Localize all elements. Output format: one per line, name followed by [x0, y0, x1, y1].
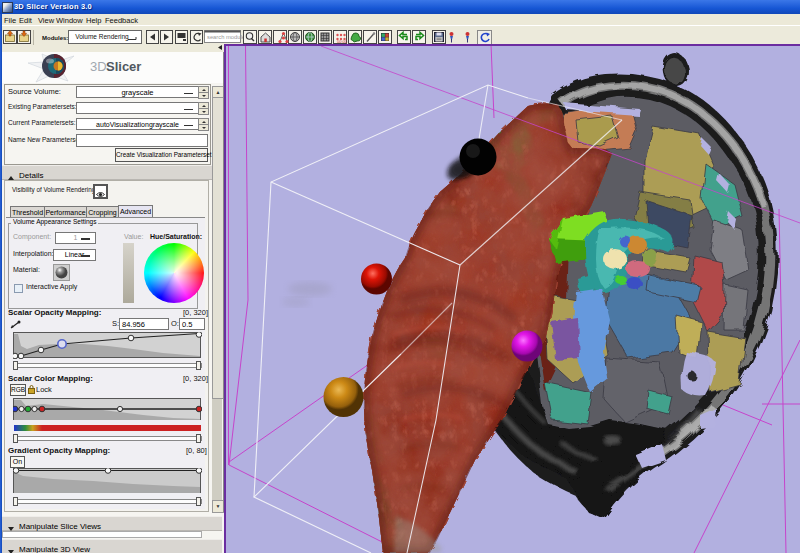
svg-text:00:00: 00:00	[337, 39, 348, 44]
svg-text:Modules:: Modules:	[42, 35, 68, 41]
svg-text:Volume Rendering: Volume Rendering	[75, 33, 129, 41]
svg-text:Slicer: Slicer	[106, 59, 141, 74]
svg-text:3D: 3D	[90, 59, 107, 74]
